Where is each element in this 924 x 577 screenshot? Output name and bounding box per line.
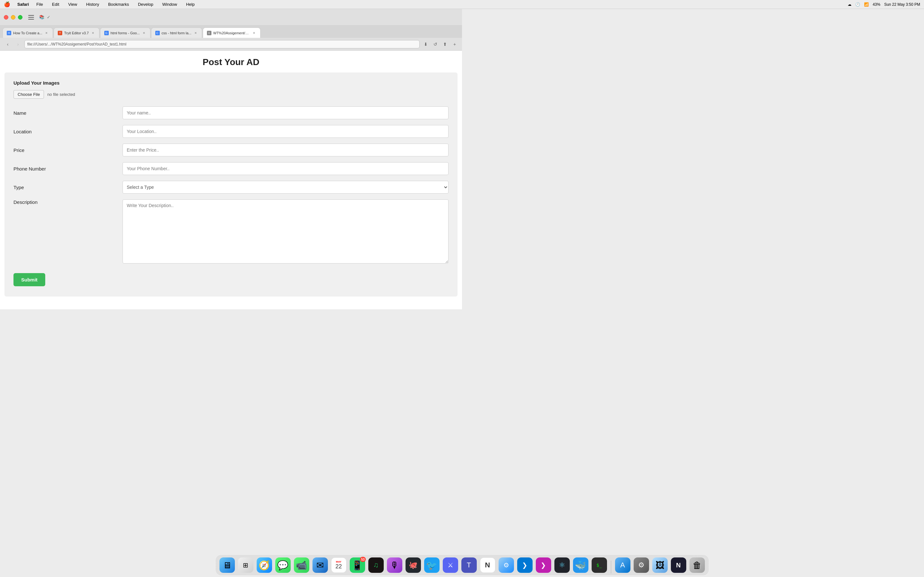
tab-1-close[interactable]: ✕ xyxy=(44,31,49,35)
new-tab-icon[interactable]: + xyxy=(451,41,458,48)
tab-2-favicon: T xyxy=(58,31,62,35)
tab-5[interactable]: X WT%20Assigement/PostYourAD_test1.html … xyxy=(203,27,260,38)
description-row: Description xyxy=(13,199,449,263)
tab-2[interactable]: T Tryit Editor v3.7 ✕ xyxy=(53,27,99,38)
tab-1[interactable]: H How To Create a... ✕ xyxy=(3,27,53,38)
toolbar-icons: ⬇ ↺ ⬆ + xyxy=(422,41,458,48)
price-input[interactable] xyxy=(123,143,449,156)
tab-bar: H How To Create a... ✕ T Tryit Editor v3… xyxy=(0,26,462,38)
tab-3-close[interactable]: ✕ xyxy=(142,31,146,35)
type-row: Type Select a Type xyxy=(13,181,449,193)
traffic-lights xyxy=(4,15,23,19)
reading-list-icon[interactable]: ✓ xyxy=(47,15,50,19)
fullscreen-button[interactable] xyxy=(18,15,23,19)
description-label: Description xyxy=(13,199,123,205)
tab-4-title: css - html form la... xyxy=(162,31,192,35)
tab-2-title: Tryit Editor v3.7 xyxy=(64,31,89,35)
phone-input[interactable] xyxy=(123,162,449,175)
description-textarea[interactable] xyxy=(123,199,449,263)
upload-label: Upload Your Images xyxy=(13,80,449,85)
price-label: Price xyxy=(13,147,123,153)
apple-menu[interactable]: 🍎 xyxy=(4,1,10,7)
menu-bar: 🍎 Safari File Edit View History Bookmark… xyxy=(0,0,462,9)
name-input[interactable] xyxy=(123,106,449,119)
menu-edit[interactable]: Edit xyxy=(50,1,61,7)
tab-4-favicon: C xyxy=(155,31,160,35)
submit-button[interactable]: Submit xyxy=(13,273,45,286)
phone-label: Phone Number xyxy=(13,166,123,171)
no-file-selected-text: no file selected xyxy=(47,92,75,97)
close-button[interactable] xyxy=(4,15,8,19)
sidebar-toggle-button[interactable] xyxy=(27,14,37,21)
menu-history[interactable]: History xyxy=(84,1,100,7)
tab-1-favicon: H xyxy=(7,31,11,35)
location-row: Location xyxy=(13,125,449,138)
name-label: Name xyxy=(13,110,123,116)
location-label: Location xyxy=(13,129,123,134)
share-icon[interactable]: ⬆ xyxy=(441,41,449,48)
download-icon[interactable]: ⬇ xyxy=(422,41,429,48)
browser-chrome: 📚 ✓ H How To Create a... ✕ T Tryit Edito… xyxy=(0,0,462,309)
menu-develop[interactable]: Develop xyxy=(136,1,155,7)
file-input-wrapper: Choose File no file selected xyxy=(13,90,449,99)
browser-toolbar: 📚 ✓ xyxy=(0,9,462,26)
price-row: Price xyxy=(13,143,449,156)
menu-app-name[interactable]: Safari xyxy=(17,2,29,7)
address-bar[interactable]: file:///Users/.../WT%20Assigement/PostYo… xyxy=(24,40,420,48)
menu-view[interactable]: View xyxy=(67,1,79,7)
tab-2-close[interactable]: ✕ xyxy=(91,31,95,35)
type-select[interactable]: Select a Type xyxy=(123,181,449,193)
location-input[interactable] xyxy=(123,125,449,138)
address-bar-row: ‹ › file:///Users/.../WT%20Assigement/Po… xyxy=(0,38,462,51)
tab-4-close[interactable]: ✕ xyxy=(194,31,198,35)
forward-button[interactable]: › xyxy=(14,40,22,48)
address-bar-url: file:///Users/.../WT%20Assigement/PostYo… xyxy=(27,42,126,47)
minimize-button[interactable] xyxy=(11,15,15,19)
type-label: Type xyxy=(13,185,123,190)
page-content: Post Your AD Upload Your Images Choose F… xyxy=(0,51,462,309)
menu-bookmarks[interactable]: Bookmarks xyxy=(107,1,131,7)
name-row: Name xyxy=(13,106,449,119)
menu-help[interactable]: Help xyxy=(184,1,196,7)
tab-5-close[interactable]: ✕ xyxy=(252,31,256,35)
page-title: Post Your AD xyxy=(0,51,462,73)
choose-file-button[interactable]: Choose File xyxy=(13,90,44,99)
form-container: Upload Your Images Choose File no file s… xyxy=(5,73,457,297)
back-button[interactable]: ‹ xyxy=(4,40,11,48)
tab-3-title: html forms - Goo... xyxy=(111,31,140,35)
tab-1-title: How To Create a... xyxy=(13,31,42,35)
tab-5-title: WT%20Assigement/PostYourAD_test1.html xyxy=(213,31,250,35)
menu-window[interactable]: Window xyxy=(161,1,179,7)
tab-3[interactable]: G html forms - Goo... ✕ xyxy=(100,27,150,38)
refresh-icon[interactable]: ↺ xyxy=(432,41,439,48)
phone-row: Phone Number xyxy=(13,162,449,175)
tab-5-favicon: X xyxy=(207,31,212,35)
tab-4[interactable]: C css - html form la... ✕ xyxy=(151,27,202,38)
menu-file[interactable]: File xyxy=(35,1,45,7)
tab-3-favicon: G xyxy=(104,31,109,35)
bookmark-icon[interactable]: 📚 xyxy=(39,15,44,19)
